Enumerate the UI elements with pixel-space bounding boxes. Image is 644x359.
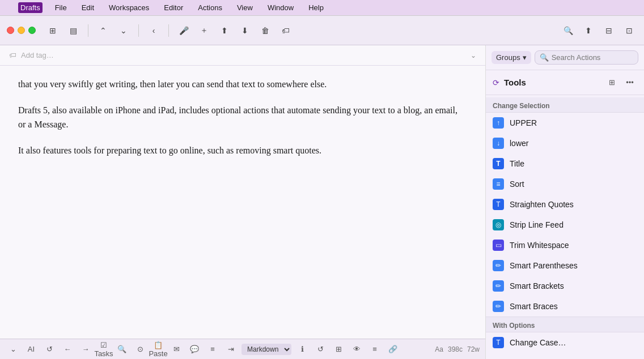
mode-selector[interactable]: Markdown [242, 344, 291, 355]
archive-button[interactable]: ⬇ [237, 23, 253, 39]
menu-editor[interactable]: Editor [162, 2, 185, 13]
editor-paragraph-2: Drafts 5, also available on iPhone and i… [18, 103, 467, 132]
with-options-header: With Options [486, 317, 644, 332]
search-button[interactable]: 🔍 [560, 23, 576, 39]
traffic-lights [7, 27, 36, 34]
fullscreen-button[interactable]: ⊡ [621, 23, 637, 39]
action-smart-braces[interactable]: ✏ Smart Braces [486, 296, 644, 317]
info-btn[interactable]: ℹ [295, 342, 310, 357]
action-title[interactable]: T Title [486, 153, 644, 174]
tasks-btn[interactable]: ☑ Tasks [96, 342, 111, 357]
link-btn[interactable]: 🔗 [385, 342, 400, 357]
straighten-quotes-icon: T [493, 199, 504, 210]
action-change-case[interactable]: T Change Case… [486, 332, 644, 353]
lower-label: lower [510, 139, 528, 148]
action-upper[interactable]: ↑ UPPER [486, 113, 644, 133]
split-view-button[interactable]: ⊟ [601, 23, 617, 39]
share-up-button[interactable]: ⬆ [217, 23, 232, 39]
undo-btn[interactable]: ↺ [42, 342, 57, 357]
indent-btn[interactable]: ⇥ [223, 342, 238, 357]
smart-braces-label: Smart Braces [510, 302, 558, 311]
char-count: 398c [448, 345, 463, 353]
toolbar-divider [88, 24, 88, 37]
change-case-icon: T [493, 337, 504, 348]
close-button[interactable] [7, 27, 14, 34]
main-layout: 🏷 Add tag… ⌄ that you very swiftly get w… [0, 45, 644, 359]
menubar: Drafts File Edit Workspaces Editor Actio… [0, 0, 644, 16]
change-selection-header: Change Selection [486, 97, 644, 113]
flag-button[interactable]: 🏷 [278, 23, 294, 39]
tools-action-buttons: ⊞ ••• [604, 75, 637, 90]
editor-paragraph-3: It also features tools for preparing tex… [18, 143, 467, 158]
sidebar-toggle-button[interactable]: ⊞ [45, 23, 61, 39]
menu-help[interactable]: Help [306, 2, 326, 13]
history-back-btn[interactable]: ← [60, 342, 75, 357]
search-input[interactable] [552, 53, 633, 62]
search-icon: 🔍 [540, 53, 549, 62]
menu-edit[interactable]: Edit [79, 2, 96, 13]
groups-label: Groups [496, 53, 520, 62]
menu-file[interactable]: File [53, 2, 69, 13]
change-case-label: Change Case… [510, 338, 566, 347]
copy-btn[interactable]: ⊙ [133, 342, 147, 357]
ai-btn[interactable]: AI [24, 342, 39, 357]
menu-view[interactable]: View [235, 2, 255, 13]
editor-bottom-bar: ⌄ AI ↺ ← → ☑ Tasks 🔍 ⊙ 📋 Paste ✉ 💬 ≡ ⇥ M… [0, 339, 485, 359]
font-size-label: Aa [435, 345, 443, 353]
title-icon: T [493, 158, 504, 169]
mail-btn[interactable]: ✉ [169, 342, 184, 357]
action-straighten-quotes[interactable]: T Straighten Quotes [486, 194, 644, 215]
layout-toggle-button[interactable]: ▤ [65, 23, 81, 39]
action-trim-whitespace[interactable]: ▭ Trim Whitespace [486, 235, 644, 255]
nav-back-button[interactable]: ‹ [146, 23, 162, 39]
action-sort[interactable]: ≡ Sort [486, 174, 644, 194]
trim-whitespace-label: Trim Whitespace [510, 241, 569, 250]
nav-up-button[interactable]: ⌃ [95, 23, 111, 39]
format-btn[interactable]: ⊞ [331, 342, 346, 357]
editor-paragraph-1: that you very swiftly get writing, then … [18, 77, 467, 92]
menu-drafts[interactable]: Drafts [18, 2, 43, 13]
tools-more-button[interactable]: ••• [622, 75, 637, 90]
actions-list: Change Selection ↑ UPPER ↓ lower T Title… [486, 95, 644, 359]
groups-chevron-icon: ▾ [523, 53, 527, 62]
menu-window[interactable]: Window [265, 2, 296, 13]
trim-whitespace-icon: ▭ [493, 240, 504, 251]
smart-braces-icon: ✏ [493, 301, 504, 312]
tag-chevron-icon[interactable]: ⌄ [471, 52, 476, 59]
groups-button[interactable]: Groups ▾ [492, 51, 531, 64]
comment-btn[interactable]: 💬 [187, 342, 202, 357]
action-smart-brackets[interactable]: ✏ Smart Brackets [486, 276, 644, 296]
lower-icon: ↓ [493, 138, 504, 149]
lines-btn[interactable]: ≡ [367, 342, 382, 357]
new-draft-button[interactable]: ＋ [196, 23, 212, 39]
editor-content[interactable]: that you very swiftly get writing, then … [0, 66, 485, 339]
chevron-down-btn[interactable]: ⌄ [6, 342, 20, 357]
menu-actions[interactable]: Actions [196, 2, 224, 13]
undo2-btn[interactable]: ↺ [313, 342, 328, 357]
smart-parentheses-label: Smart Parentheses [510, 261, 578, 270]
list-btn[interactable]: ≡ [205, 342, 220, 357]
bottom-bar-right: Aa 398c 72w [435, 345, 480, 353]
tools-header: ⟳ Tools ⊞ ••• [486, 70, 644, 95]
action-strip-line-feed[interactable]: ◎ Strip Line Feed [486, 215, 644, 235]
nav-down-button[interactable]: ⌄ [116, 23, 132, 39]
maximize-button[interactable] [28, 27, 36, 34]
tools-pin-button[interactable]: ⊞ [604, 75, 619, 90]
strip-line-feed-icon: ◎ [493, 219, 504, 230]
trash-button[interactable]: 🗑 [257, 23, 273, 39]
toolbar-divider-3 [168, 24, 169, 37]
history-forward-btn[interactable]: → [78, 342, 93, 357]
tools-share-icon: ⟳ [493, 78, 499, 87]
microphone-button[interactable]: 🎤 [176, 23, 192, 39]
paste-btn[interactable]: 📋 Paste [151, 342, 166, 357]
upper-label: UPPER [510, 118, 537, 127]
smart-parentheses-icon: ✏ [493, 260, 504, 271]
search-in-doc-btn[interactable]: 🔍 [115, 342, 129, 357]
share-button[interactable]: ⬆ [581, 23, 596, 39]
sidebar-header: Groups ▾ 🔍 [486, 45, 644, 70]
action-lower[interactable]: ↓ lower [486, 133, 644, 153]
preview-btn[interactable]: 👁 [349, 342, 364, 357]
minimize-button[interactable] [18, 27, 25, 34]
menu-workspaces[interactable]: Workspaces [107, 2, 151, 13]
action-smart-parentheses[interactable]: ✏ Smart Parentheses [486, 255, 644, 276]
